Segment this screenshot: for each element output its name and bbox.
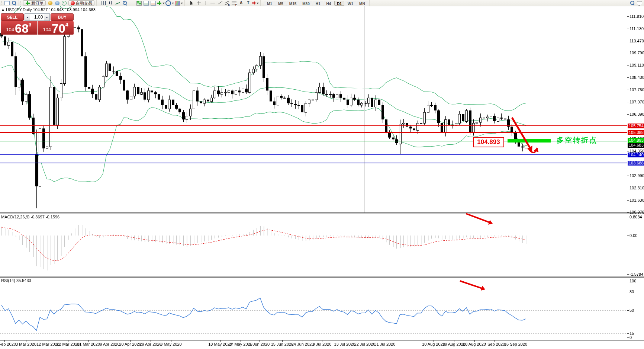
zoom-out-icon[interactable] [129,0,135,6]
auto-trading-button[interactable]: 自动交易 [68,0,94,6]
zoom-mark [124,2,125,2]
price-tick-label: 101.630 [629,198,644,202]
tf-m15[interactable]: M15 [287,1,299,6]
vline-marker[interactable] [364,6,365,212]
line-chart-icon-glyph [115,1,120,5]
crosshair-tool[interactable] [196,0,202,6]
time-axis-label: 31 Jul 2020 [368,342,402,346]
window-group [0,0,19,6]
cursor-tool-glyph [190,1,194,5]
tf-h4[interactable]: H4 [324,1,334,6]
tf-w1[interactable]: W1 [345,1,356,6]
tf-h1[interactable]: H1 [313,1,323,6]
rsi-axis-label: 50 [629,308,644,313]
price-callout[interactable]: 104.893 [473,137,504,147]
price-tick-label: 108.430 [629,75,644,80]
template-icon-glyph [175,1,180,6]
chart-title: USDJPY,Daily 104.527 104.843 103.994 104… [2,7,96,12]
hline-103688[interactable] [0,163,627,163]
toolbar-grip [1,1,2,5]
label-tool[interactable]: T [245,0,251,6]
add-indicator-icon[interactable] [157,0,165,6]
channel-tool[interactable]: E [224,0,230,6]
signals-icon-glyph [62,1,67,6]
trendline-tool[interactable] [217,0,223,6]
arrows-tool-caret [257,3,259,5]
auto-trading-button-label: 自动交易 [76,0,92,6]
objects-window-icon[interactable] [150,0,156,6]
turning-point-label[interactable]: 多空转折点 [557,135,598,145]
market-watch-icon-glyph [12,1,16,5]
periods-icon[interactable] [165,0,174,6]
price-tick-label: 107.070 [629,100,644,104]
candle-chart-icon[interactable] [107,0,114,6]
crosshair-tool-glyph [196,1,201,5]
price-tick-label: 109.790 [629,51,644,55]
bar-chart-icon[interactable] [100,0,107,6]
price-tick-label: 111.130 [629,26,644,31]
template-icon[interactable] [175,0,183,6]
toolbar-right-icons [629,0,643,6]
support-zone-bar[interactable] [508,139,551,143]
volume-up-button[interactable] [44,14,49,20]
buy-button[interactable]: BUY [51,13,74,21]
draw-group: EFAT [185,0,261,6]
ask-price-big: 70 [52,23,65,33]
support-badge-2: 103.688 [628,161,644,166]
price-tick-label: 107.750 [629,87,644,92]
chart-pointer-icon [2,9,4,11]
tf-mn[interactable]: MN [357,1,368,6]
ask-price-panel[interactable]: 104 70 4 [38,21,74,35]
tf-d1[interactable]: D1 [334,1,344,6]
vline-tool[interactable] [203,0,209,6]
chart-window-icon[interactable] [4,0,10,6]
current-price-badge: 104.683 [628,143,644,148]
hline-105388[interactable] [0,132,627,133]
text-tool[interactable]: A [238,0,244,6]
search-icon[interactable] [629,0,635,6]
tile-windows-icon[interactable] [136,0,142,6]
hline-tool[interactable] [210,0,216,6]
new-order-button[interactable]: 新订单 [23,0,46,6]
fibonacci-tool[interactable]: F [231,0,237,6]
rsi-axis-label: 80 [629,289,644,294]
signals-icon[interactable] [61,0,67,6]
arrows-tool[interactable] [252,0,259,6]
add-indicator-icon-caret [162,3,165,5]
fibonacci-tool-letter: F [235,3,237,6]
toolbar: 新订单自动交易EFATM1M5M15M30H1H4D1W1MN [0,0,644,6]
channel-tool-glyph: E [225,1,229,5]
ask-price-prefix: 104 [43,27,51,32]
bid-price-sup: 3 [29,22,32,28]
volume-input[interactable] [30,14,45,20]
toolbar-grip [20,1,21,5]
tf-m5[interactable]: M5 [276,1,286,6]
chart-canvas[interactable] [0,0,644,349]
current-price-line[interactable] [0,145,627,145]
indicator-window-icon[interactable] [143,0,149,6]
publish-icon[interactable] [54,0,60,6]
tf-m30[interactable]: M30 [300,1,312,6]
hline-104140[interactable] [0,154,627,155]
deposit-gold-icon[interactable] [47,0,53,6]
new-order-button-label: 新订单 [31,0,44,6]
zoom-in-icon[interactable] [122,0,128,6]
resistance-badge-2: 105.388 [628,130,644,135]
zoom-in-icon-glyph [122,1,127,5]
search-icon-glyph [630,1,635,5]
volume-down-button[interactable] [25,14,30,20]
sell-button[interactable]: SELL [1,13,24,21]
market-watch-icon[interactable] [11,0,17,6]
bid-price-panel[interactable]: 104 68 3 [1,21,37,35]
hline-105754[interactable] [0,125,627,126]
tf-m1[interactable]: M1 [264,1,275,6]
chart-window-icon-glyph [4,1,10,5]
deposit-gold-icon-glyph [48,1,52,5]
line-chart-icon[interactable] [115,0,121,6]
chat-icon-glyph [637,1,642,5]
label-tool-glyph: T [247,1,249,5]
bar-chart-icon-glyph [102,1,106,5]
cursor-tool[interactable] [189,0,195,6]
chat-icon[interactable] [636,0,643,6]
fibonacci-tool-glyph: F [232,1,236,5]
